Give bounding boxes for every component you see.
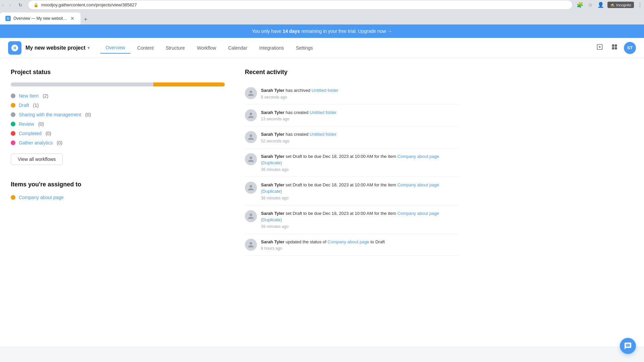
bookmark-button[interactable]: ☆ — [587, 0, 594, 9]
activity-avatar — [245, 210, 257, 222]
avatar-icon — [248, 156, 254, 163]
status-name-draft[interactable]: Draft — [19, 103, 29, 108]
activity-avatar — [245, 182, 257, 194]
assigned-status-dot — [11, 195, 15, 200]
profile-button[interactable]: 👤 — [596, 0, 605, 9]
status-name-gather[interactable]: Gather analytics — [19, 140, 53, 145]
activity-time: 39 minutes ago — [261, 224, 459, 229]
nav-content[interactable]: Content — [132, 43, 159, 53]
activity-content: Sarah Tyler set Draft to be due Dec 18, … — [261, 182, 459, 200]
avatar-icon — [248, 184, 254, 191]
incognito-badge: 🕵 Incognito — [607, 2, 634, 8]
forward-button[interactable]: › — [7, 1, 13, 9]
activity-item: Sarah Tyler set Draft to be due Dec 18, … — [245, 205, 459, 234]
avatar-icon — [248, 112, 254, 119]
activity-item: Sarah Tyler has created Untitled folder … — [245, 126, 459, 148]
svg-rect-3 — [612, 47, 614, 50]
activity-actor: Sarah Tyler — [261, 88, 284, 93]
status-name-new-item[interactable]: New Item — [19, 93, 39, 99]
nav-calendar[interactable]: Calendar — [223, 43, 253, 53]
activity-action: set Draft to be due Dec 18, 2023 at 10:0… — [285, 182, 397, 187]
new-content-icon — [596, 44, 603, 50]
view-workflows-button[interactable]: View all workflows — [11, 154, 63, 165]
user-avatar[interactable]: ST — [624, 42, 636, 54]
activity-link[interactable]: Company about page — [328, 239, 369, 244]
activity-avatar — [245, 239, 257, 251]
status-dot-review — [11, 122, 15, 126]
activity-action-suffix: to Draft — [370, 239, 385, 244]
assigned-title: Items you're assigned to — [11, 181, 225, 188]
back-button[interactable]: ‹ — [0, 1, 6, 9]
svg-rect-4 — [615, 47, 617, 50]
chat-icon — [624, 342, 632, 346]
activity-item: Sarah Tyler set Draft to be due Dec 18, … — [245, 177, 459, 205]
status-name-sharing[interactable]: Sharing with the management — [19, 112, 81, 117]
activity-content: Sarah Tyler set Draft to be due Dec 18, … — [261, 210, 459, 229]
trial-days: 14 days — [283, 28, 300, 34]
status-count-review: (0) — [38, 121, 44, 127]
nav-integrations[interactable]: Integrations — [254, 43, 289, 53]
activity-text: Sarah Tyler has created Untitled folder — [261, 109, 459, 116]
activity-content: Sarah Tyler has created Untitled folder … — [261, 131, 459, 143]
status-dot-draft — [11, 103, 15, 108]
status-name-review[interactable]: Review — [19, 121, 34, 127]
status-count-gather: (0) — [57, 140, 62, 145]
main-nav: Overview Content Structure Workflow Cale… — [100, 42, 594, 54]
new-tab-button[interactable]: + — [81, 15, 90, 24]
grid-icon — [611, 44, 618, 50]
nav-settings[interactable]: Settings — [290, 43, 318, 53]
status-name-completed[interactable]: Completed — [19, 131, 42, 136]
grid-view-button[interactable] — [609, 42, 620, 54]
extensions-button[interactable]: 🧩 — [575, 0, 585, 9]
activity-list: Sarah Tyler has archived Untitled folder… — [245, 82, 459, 256]
nav-overview[interactable]: Overview — [100, 42, 130, 54]
main-content: Project status New Item (2) Draft — [0, 58, 470, 266]
activity-action: set Draft to be due Dec 18, 2023 at 10:0… — [285, 154, 397, 159]
lock-icon: 🔒 — [34, 3, 39, 7]
progress-bar — [11, 82, 225, 86]
activity-link[interactable]: Untitled folder — [310, 132, 336, 137]
activity-actor: Sarah Tyler — [261, 154, 284, 159]
status-item-gather: Gather analytics (0) — [11, 140, 225, 145]
tab-favicon: G — [5, 16, 11, 21]
address-bar[interactable]: 🔒 moodjoy.gathercontent.com/projects/vie… — [28, 0, 573, 10]
logo-icon — [11, 44, 19, 52]
activity-action: has created — [285, 110, 310, 115]
activity-text: Sarah Tyler has archived Untitled folder — [261, 87, 459, 94]
activity-text: Sarah Tyler set Draft to be due Dec 18, … — [261, 153, 459, 166]
activity-content: Sarah Tyler has created Untitled folder … — [261, 109, 459, 122]
status-item-review: Review (0) — [11, 121, 225, 127]
browser-chrome: ‹ › ↻ 🔒 moodjoy.gathercontent.com/projec… — [0, 0, 644, 24]
activity-content: Sarah Tyler set Draft to be due Dec 18, … — [261, 153, 459, 172]
refresh-button[interactable]: ↻ — [16, 2, 25, 8]
right-panel: Recent activity Sarah Tyler has archived… — [245, 69, 459, 256]
tab-title: Overview — My new website p — [13, 16, 67, 21]
status-item-draft: Draft (1) — [11, 103, 225, 108]
tab-close-button[interactable]: ✕ — [70, 15, 75, 22]
app-logo[interactable] — [8, 41, 21, 55]
recent-activity-title: Recent activity — [245, 69, 459, 76]
avatar-icon — [248, 241, 254, 248]
avatar-icon — [248, 134, 254, 140]
progress-segment-orange — [153, 82, 225, 86]
assigned-item-link[interactable]: Company about page — [19, 195, 64, 200]
menu-button[interactable]: ⋮ — [636, 0, 644, 9]
nav-workflow[interactable]: Workflow — [192, 43, 221, 53]
activity-link[interactable]: Untitled folder — [312, 88, 338, 93]
activity-time: 8 hours ago — [261, 246, 459, 251]
activity-actor: Sarah Tyler — [261, 110, 284, 115]
activity-text: Sarah Tyler set Draft to be due Dec 18, … — [261, 182, 459, 195]
activity-time: 36 minutes ago — [261, 167, 459, 172]
new-content-button[interactable] — [594, 42, 605, 54]
activity-link[interactable]: Untitled folder — [310, 110, 336, 115]
activity-avatar — [245, 131, 257, 143]
activity-time: 13 seconds ago — [261, 117, 459, 121]
nav-structure[interactable]: Structure — [160, 43, 190, 53]
url-text: moodjoy.gathercontent.com/projects/view/… — [41, 2, 137, 7]
browser-tab[interactable]: G Overview — My new website p ✕ — [0, 12, 80, 24]
activity-action: has created — [285, 132, 310, 137]
project-status-title: Project status — [11, 69, 225, 76]
project-name[interactable]: My new website project ▾ — [25, 45, 90, 51]
svg-rect-2 — [615, 45, 617, 47]
status-dot-completed — [11, 131, 15, 136]
